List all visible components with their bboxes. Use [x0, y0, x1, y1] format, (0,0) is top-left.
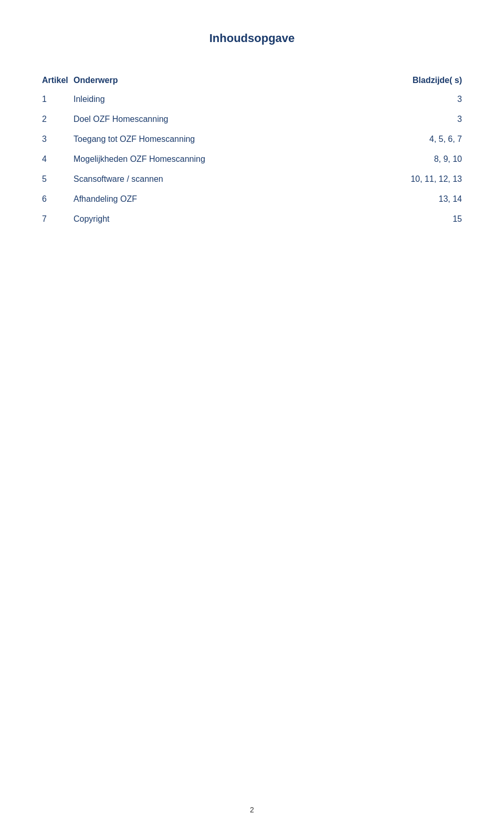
row-number: 7 [42, 209, 74, 229]
table-row: 7Copyright15 [42, 209, 462, 229]
row-subject: Doel OZF Homescanning [74, 109, 388, 129]
table-row: 3Toegang tot OZF Homescanning4, 5, 6, 7 [42, 129, 462, 149]
row-pages: 4, 5, 6, 7 [388, 129, 462, 149]
toc-body: 1Inleiding32Doel OZF Homescanning33Toega… [42, 89, 462, 229]
row-pages: 15 [388, 209, 462, 229]
row-pages: 13, 14 [388, 189, 462, 209]
page-title: Inhoudsopgave [42, 32, 462, 45]
col-header-artikel: Artikel [42, 71, 74, 89]
page-number: 2 [250, 806, 254, 814]
table-row: 5Scansoftware / scannen10, 11, 12, 13 [42, 169, 462, 189]
row-pages: 3 [388, 109, 462, 129]
row-number: 6 [42, 189, 74, 209]
table-header-row: Artikel Onderwerp Bladzijde( s) [42, 71, 462, 89]
page: Inhoudsopgave Artikel Onderwerp Bladzijd… [0, 0, 504, 835]
row-pages: 8, 9, 10 [388, 149, 462, 169]
table-row: 6Afhandeling OZF13, 14 [42, 189, 462, 209]
row-number: 1 [42, 89, 74, 109]
row-pages: 10, 11, 12, 13 [388, 169, 462, 189]
row-subject: Scansoftware / scannen [74, 169, 388, 189]
table-row: 2Doel OZF Homescanning3 [42, 109, 462, 129]
row-subject: Afhandeling OZF [74, 189, 388, 209]
row-subject: Toegang tot OZF Homescanning [74, 129, 388, 149]
row-subject: Inleiding [74, 89, 388, 109]
row-number: 2 [42, 109, 74, 129]
row-number: 4 [42, 149, 74, 169]
table-row: 4Mogelijkheden OZF Homescanning8, 9, 10 [42, 149, 462, 169]
toc-table: Artikel Onderwerp Bladzijde( s) 1Inleidi… [42, 71, 462, 229]
row-subject: Copyright [74, 209, 388, 229]
row-pages: 3 [388, 89, 462, 109]
col-header-onderwerp: Onderwerp [74, 71, 388, 89]
table-row: 1Inleiding3 [42, 89, 462, 109]
row-subject: Mogelijkheden OZF Homescanning [74, 149, 388, 169]
col-header-bladzijde: Bladzijde( s) [388, 71, 462, 89]
row-number: 3 [42, 129, 74, 149]
row-number: 5 [42, 169, 74, 189]
